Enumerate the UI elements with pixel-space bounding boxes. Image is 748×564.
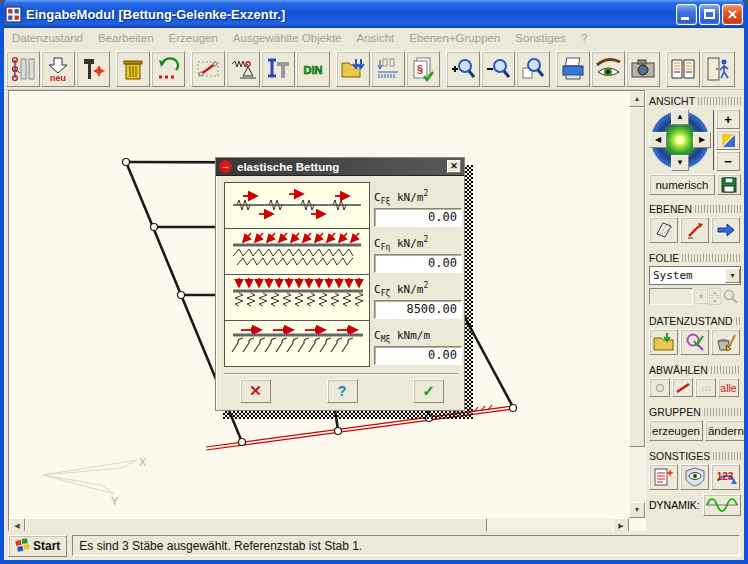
toolbar-import-loads-button[interactable]	[336, 51, 370, 87]
toolbar-hammer-button[interactable]	[76, 51, 110, 87]
toolbar-din-button[interactable]: DIN	[296, 51, 330, 87]
plane-edit-button[interactable]	[680, 217, 709, 243]
dialog-help-button[interactable]: ?	[327, 379, 358, 403]
floppy-disk-icon	[721, 177, 737, 193]
menu-bearbeiten[interactable]: Bearbeiten	[98, 32, 154, 44]
header-ridge	[713, 452, 741, 460]
plane-next-button[interactable]	[711, 217, 740, 243]
deselect-node-button[interactable]	[649, 378, 670, 397]
gruppen-aendern-button[interactable]: ändern	[705, 420, 747, 441]
toolbar-delete-button[interactable]	[116, 51, 150, 87]
folie-header: FOLIE	[649, 252, 741, 264]
toolbar-zoom-window-button[interactable]	[516, 51, 550, 87]
maximize-button[interactable]	[699, 4, 720, 25]
toolbar-neu-button[interactable]: neu	[41, 51, 75, 87]
numerisch-button[interactable]: numerisch	[649, 174, 715, 195]
cm-xi-input[interactable]	[374, 346, 462, 365]
toolbar-load-distribution-button[interactable]	[371, 51, 405, 87]
close-button[interactable]: ✕	[722, 4, 743, 25]
folie-sub-combo	[649, 288, 693, 305]
longitudinal-spring-icon	[225, 183, 369, 228]
toolbar-select-bar-button[interactable]	[191, 51, 225, 87]
scroll-up-button[interactable]: ▲	[629, 91, 645, 107]
menu-ansicht[interactable]: Ansicht	[357, 32, 395, 44]
plane-select-button[interactable]	[649, 217, 678, 243]
dialog-close-button[interactable]: ✕	[447, 160, 461, 173]
toolbar-manual-button[interactable]	[666, 51, 700, 87]
toolbar-print-button[interactable]	[556, 51, 590, 87]
dialog-ok-button[interactable]: ✓	[413, 379, 444, 403]
menu-erzeugen[interactable]: Erzeugen	[169, 32, 218, 44]
header-ridge	[682, 254, 741, 262]
cf-xi-input[interactable]	[374, 208, 462, 227]
menu-hilfe[interactable]: ?	[581, 32, 587, 44]
dialog-buttons: ✕ ? ✓	[224, 379, 458, 403]
scroll-down-button[interactable]: ▼	[629, 502, 645, 518]
chevron-down-icon[interactable]: ▼	[725, 268, 740, 283]
check-state-button[interactable]	[680, 329, 709, 355]
svg-text:§: §	[417, 63, 423, 75]
minimize-button[interactable]	[676, 4, 697, 25]
rotate-left-button[interactable]: ◀	[649, 132, 667, 148]
cleanup-button[interactable]	[711, 329, 740, 355]
vertical-scroll-thumb[interactable]	[629, 107, 645, 447]
menu-ausgewaehlte-objekte[interactable]: Ausgewählte Objekte	[233, 32, 342, 44]
cf-eta-input[interactable]	[374, 254, 462, 273]
dynamik-button[interactable]	[703, 494, 741, 516]
document-star-icon	[653, 467, 675, 487]
toolbar-bedding-button[interactable]	[226, 51, 260, 87]
menu-sonstiges[interactable]: Sonstiges	[515, 32, 566, 44]
deselect-all-button[interactable]: alle	[718, 378, 739, 397]
load-state-button[interactable]	[649, 329, 678, 355]
rotate-right-button[interactable]: ▶	[693, 132, 711, 148]
deselect-loads-button[interactable]: ↓↓↓	[695, 378, 716, 397]
start-button[interactable]: Start	[8, 535, 67, 557]
gruppen-header: GRUPPEN	[649, 406, 741, 418]
zoom-in-button[interactable]: +	[716, 109, 740, 129]
toolbar-structure-button[interactable]	[6, 51, 40, 87]
dialog-title-bar[interactable]: → elastische Bettung ✕	[216, 158, 464, 176]
zoom-out-button[interactable]: −	[716, 151, 740, 171]
window-title: EingabeModul [Bettung-Gelenke-Exzentr.]	[26, 7, 676, 22]
rotate-down-button[interactable]: ▼	[671, 155, 689, 171]
renumber-123-icon: 123	[714, 467, 738, 487]
transverse-spring-icon	[225, 229, 369, 274]
toolbar-exit-button[interactable]	[701, 51, 735, 87]
dialog-body: CFξ kN/m2	[216, 176, 464, 403]
toolbar-load-cases-button[interactable]: §	[406, 51, 440, 87]
trash-icon	[120, 56, 146, 82]
gruppen-erzeugen-button[interactable]: erzeugen	[649, 420, 703, 441]
toolbar-profile-button[interactable]	[261, 51, 295, 87]
dynamik-row: DYNAMIK:	[649, 494, 741, 516]
profile-it-icon	[265, 56, 291, 82]
hammer-icon	[80, 56, 106, 82]
eye-shield-icon	[684, 467, 706, 487]
save-view-button[interactable]	[717, 174, 741, 195]
dialog-cancel-button[interactable]: ✕	[240, 379, 271, 403]
menu-datenzustand[interactable]: Datenzustand	[12, 32, 83, 44]
vertical-scrollbar[interactable]: ▲ ▼	[629, 91, 645, 518]
folie-sub-row: ▼ ▲ ▼	[649, 288, 741, 305]
menu-ebenen-gruppen[interactable]: Ebenen+Gruppen	[409, 32, 500, 44]
toolbar-zoom-in-button[interactable]	[446, 51, 480, 87]
renumber-button[interactable]: 123	[711, 464, 740, 490]
toolbar-undo-button[interactable]	[151, 51, 185, 87]
deselect-bar-button[interactable]	[672, 378, 693, 397]
bedding-row-longitudinal: CFξ kN/m2	[224, 183, 458, 229]
drawing-canvas[interactable]: X Y	[9, 91, 629, 518]
torsion-spring-icon	[225, 321, 369, 366]
exit-door-icon	[705, 56, 731, 82]
undo-icon	[155, 56, 181, 82]
toolbar-view-button[interactable]	[591, 51, 625, 87]
contrast-button[interactable]	[716, 130, 740, 150]
view-options-button[interactable]	[680, 464, 709, 490]
folie-select[interactable]: System ▼	[649, 266, 741, 285]
rotate-up-button[interactable]: ▲	[671, 109, 689, 125]
toolbar-zoom-out-button[interactable]	[481, 51, 515, 87]
cf-zeta-input[interactable]	[374, 300, 462, 319]
cf-xi-label: CFξ kN/m2	[374, 189, 462, 206]
toolbar-snapshot-button[interactable]	[626, 51, 660, 87]
nav-divider	[713, 110, 714, 170]
din-icon: DIN	[300, 56, 326, 82]
protocol-button[interactable]	[649, 464, 678, 490]
